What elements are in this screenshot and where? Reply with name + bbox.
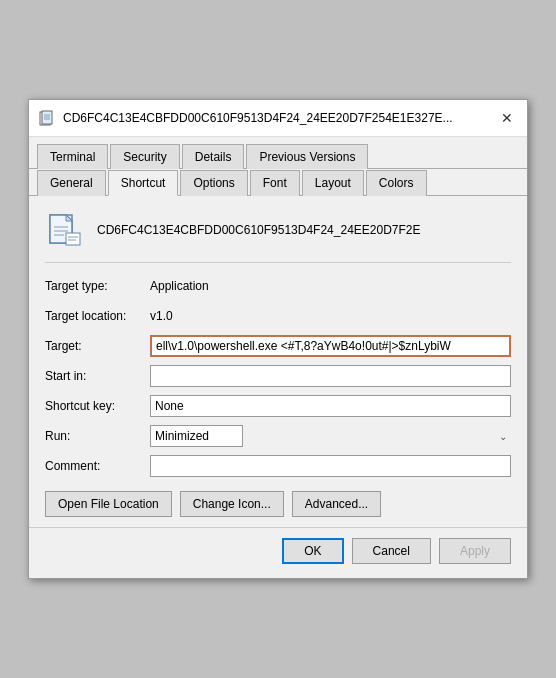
apply-button[interactable]: Apply	[439, 538, 511, 564]
run-label: Run:	[45, 429, 150, 443]
tabs-row-1: Terminal Security Details Previous Versi…	[29, 137, 527, 169]
footer: OK Cancel Apply	[29, 527, 527, 578]
target-location-value: v1.0	[150, 309, 173, 323]
svg-rect-11	[66, 233, 80, 245]
tab-security[interactable]: Security	[110, 144, 179, 169]
target-row: Target:	[45, 335, 511, 357]
icon-name-row: CD6FC4C13E4CBFDD00C610F9513D4F24_24EE20D…	[45, 210, 511, 263]
window-title: CD6FC4C13E4CBFDD00C610F9513D4F24_24EE20D…	[63, 111, 453, 125]
comment-input[interactable]	[150, 455, 511, 477]
tab-colors[interactable]: Colors	[366, 170, 427, 196]
tab-layout[interactable]: Layout	[302, 170, 364, 196]
run-row: Run: Normal window Minimized Maximized ⌄	[45, 425, 511, 447]
tab-shortcut[interactable]: Shortcut	[108, 170, 179, 196]
tabs-row-2: General Shortcut Options Font Layout Col…	[29, 169, 527, 196]
target-type-row: Target type: Application	[45, 275, 511, 297]
cancel-button[interactable]: Cancel	[352, 538, 431, 564]
start-in-label: Start in:	[45, 369, 150, 383]
target-type-label: Target type:	[45, 279, 150, 293]
tab-details[interactable]: Details	[182, 144, 245, 169]
advanced-button[interactable]: Advanced...	[292, 491, 381, 517]
file-name: CD6FC4C13E4CBFDD00C610F9513D4F24_24EE20D…	[97, 223, 511, 237]
title-bar: CD6FC4C13E4CBFDD00C610F9513D4F24_24EE20D…	[29, 100, 527, 137]
tab-terminal[interactable]: Terminal	[37, 144, 108, 169]
action-buttons: Open File Location Change Icon... Advanc…	[45, 491, 511, 517]
tab-font[interactable]: Font	[250, 170, 300, 196]
tab-general[interactable]: General	[37, 170, 106, 196]
tab-content: CD6FC4C13E4CBFDD00C610F9513D4F24_24EE20D…	[29, 196, 527, 527]
target-location-label: Target location:	[45, 309, 150, 323]
shortcut-key-label: Shortcut key:	[45, 399, 150, 413]
target-type-value: Application	[150, 279, 209, 293]
comment-row: Comment:	[45, 455, 511, 477]
tab-options[interactable]: Options	[180, 170, 247, 196]
close-button[interactable]: ✕	[497, 108, 517, 128]
target-location-row: Target location: v1.0	[45, 305, 511, 327]
ok-button[interactable]: OK	[282, 538, 343, 564]
start-in-row: Start in:	[45, 365, 511, 387]
change-icon-button[interactable]: Change Icon...	[180, 491, 284, 517]
run-select-wrapper: Normal window Minimized Maximized ⌄	[150, 425, 511, 447]
window-icon	[39, 110, 55, 126]
properties-window: CD6FC4C13E4CBFDD00C610F9513D4F24_24EE20D…	[28, 99, 528, 579]
file-icon	[45, 210, 85, 250]
chevron-down-icon: ⌄	[499, 431, 507, 442]
shortcut-key-input[interactable]	[150, 395, 511, 417]
shortcut-key-row: Shortcut key:	[45, 395, 511, 417]
target-label: Target:	[45, 339, 150, 353]
tab-previous-versions[interactable]: Previous Versions	[246, 144, 368, 169]
comment-label: Comment:	[45, 459, 150, 473]
target-input[interactable]	[150, 335, 511, 357]
open-file-location-button[interactable]: Open File Location	[45, 491, 172, 517]
run-select[interactable]: Normal window Minimized Maximized	[150, 425, 243, 447]
start-in-input[interactable]	[150, 365, 511, 387]
